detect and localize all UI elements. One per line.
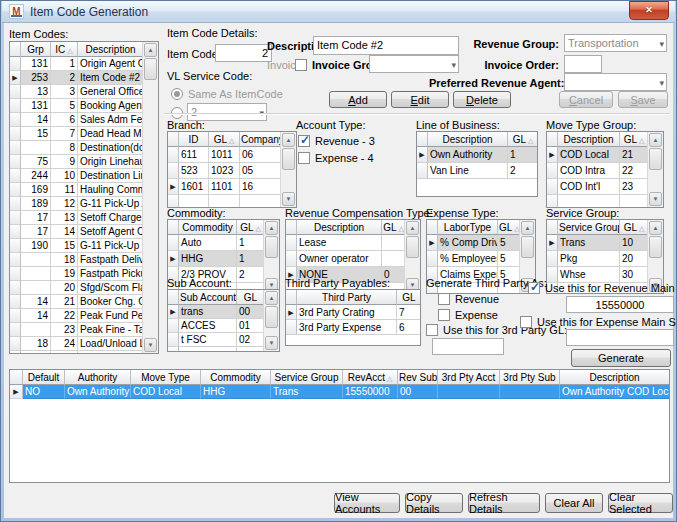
grid-row[interactable]: 146Sales Adm Fee xyxy=(10,113,158,127)
clear-selected-button[interactable]: Clear Selected xyxy=(608,493,673,513)
use-revenue-main-segment-checkbox[interactable]: Use this for Revenue Main Segment xyxy=(528,281,677,294)
column-header[interactable]: GL△ xyxy=(498,220,521,235)
column-header[interactable]: GL△ xyxy=(508,132,538,147)
scroll-thumb[interactable] xyxy=(649,236,662,258)
column-header[interactable]: Description xyxy=(78,42,144,57)
grid-row[interactable]: 19015G-11 Pick-Up Ch xyxy=(10,239,158,253)
column-header[interactable]: GL△ xyxy=(620,132,649,147)
column-header[interactable]: Grp xyxy=(21,42,51,57)
scroll-thumb[interactable] xyxy=(649,148,662,170)
column-header[interactable]: LaborType xyxy=(438,220,498,235)
grid-row[interactable]: 1713Setoff Charge To xyxy=(10,211,158,225)
edit-button[interactable]: Edit xyxy=(391,91,449,108)
vertical-scrollbar[interactable]: ▲▼ xyxy=(280,132,296,207)
column-header[interactable]: Authority xyxy=(65,370,131,385)
grid-row[interactable]: 759Origin Linehaul F xyxy=(10,155,158,169)
grid-row[interactable]: ▶2532Item Code #2 xyxy=(10,71,158,85)
invoice-checkbox[interactable] xyxy=(295,58,307,71)
grid-row[interactable]: 1421Booker Chg. Cros xyxy=(10,295,158,309)
grid-row[interactable]: 18Fastpath Delivery xyxy=(10,253,158,267)
column-header[interactable]: Move Type xyxy=(131,370,201,385)
grid-row[interactable]: 133General Office Co xyxy=(10,85,158,99)
revenue-main-segment-input[interactable]: 15550000 xyxy=(566,296,674,313)
vertical-scrollbar[interactable]: ▲▼ xyxy=(647,132,663,207)
grid-row[interactable]: 611101106 xyxy=(168,147,296,163)
grid-row[interactable]: 1311Origin Agent Com xyxy=(10,57,158,71)
results-grid[interactable]: DefaultAuthorityMove TypeCommodityServic… xyxy=(9,369,670,483)
vertical-scrollbar[interactable]: ▲▼ xyxy=(142,42,158,353)
column-header[interactable]: 3rd Pty Acct xyxy=(438,370,500,385)
column-header[interactable]: GL△ xyxy=(209,132,240,147)
item-code-input[interactable]: 2 xyxy=(215,44,272,62)
scroll-down-icon[interactable]: ▼ xyxy=(649,192,662,206)
scroll-down-icon[interactable]: ▼ xyxy=(282,192,295,206)
scroll-up-icon[interactable]: ▲ xyxy=(521,221,534,235)
grid-row[interactable]: 8Destination(do no xyxy=(10,141,158,155)
grid-row[interactable]: 1315Booking Agent Co xyxy=(10,99,158,113)
grid-row[interactable]: ▶3rd Party Crating7 xyxy=(286,305,420,320)
grid-row[interactable]: ▶Own Authority1 xyxy=(417,147,537,163)
scroll-up-icon[interactable]: ▲ xyxy=(265,291,278,305)
scroll-thumb[interactable] xyxy=(282,148,295,170)
grid-row[interactable]: 1422Peak Fund Perce xyxy=(10,309,158,323)
grid-row[interactable]: COD Intra22 xyxy=(547,163,663,179)
revenue-group-combo[interactable]: Transportation ▾ xyxy=(564,34,667,52)
use-expense-main-segment-checkbox[interactable]: Use this for Expense Main Segment: xyxy=(520,315,677,328)
close-button[interactable]: ✕ xyxy=(629,1,669,20)
grid-row[interactable]: 19Fastpath Pickup I xyxy=(10,267,158,281)
grid-row[interactable]: 24410Destination Lineh xyxy=(10,169,158,183)
scroll-thumb[interactable] xyxy=(265,236,278,258)
column-header[interactable]: GL xyxy=(397,290,421,305)
generate-expense-checkbox[interactable]: Expense xyxy=(438,308,498,321)
column-header[interactable]: RevAcct△ xyxy=(343,370,398,385)
clear-all-button[interactable]: Clear All xyxy=(545,493,603,513)
scroll-up-icon[interactable]: ▲ xyxy=(144,43,157,57)
grid-row[interactable]: Owner operator xyxy=(286,251,420,267)
grid-row[interactable]: 4425 xyxy=(10,351,158,354)
vertical-scrollbar[interactable]: ▲▼ xyxy=(263,220,279,293)
expense-4-checkbox[interactable]: Expense - 4 xyxy=(298,151,374,164)
sub-account-grid[interactable]: Sub AccountGL▶trans00ACCES01t FSC02▲▼ xyxy=(167,289,280,352)
column-header[interactable]: Description xyxy=(428,132,508,147)
scroll-up-icon[interactable]: ▲ xyxy=(649,221,662,235)
grid-row[interactable]: 3rd Party Expense6 xyxy=(286,320,420,335)
column-header[interactable]: Third Party xyxy=(297,290,397,305)
invoice-order-input[interactable] xyxy=(564,55,602,73)
column-header[interactable]: Service Group xyxy=(558,220,620,235)
column-header[interactable]: Sub Account xyxy=(179,290,237,305)
column-header[interactable]: 3rd Pty Sub xyxy=(500,370,560,385)
vertical-scrollbar[interactable]: ▲▼ xyxy=(263,290,279,351)
column-header[interactable]: Default xyxy=(23,370,65,385)
scroll-thumb[interactable] xyxy=(521,236,534,258)
column-header[interactable]: Company xyxy=(240,132,282,147)
column-header[interactable]: GL△ xyxy=(620,220,649,235)
title-bar[interactable]: M Item Code Generation xyxy=(2,1,675,23)
grid-row[interactable]: 1714Setoff Agent Com xyxy=(10,225,158,239)
delete-button[interactable]: Delete xyxy=(453,91,511,108)
grid-row[interactable]: 523102305 xyxy=(168,163,296,179)
scroll-up-icon[interactable]: ▲ xyxy=(649,133,662,147)
scroll-thumb[interactable] xyxy=(406,236,419,258)
grid-row[interactable]: ▶Trans10 xyxy=(547,235,663,251)
invoice-group-combo[interactable]: ▾ xyxy=(369,55,459,73)
line-of-business-grid[interactable]: DescriptionGL△▶Own Authority1Van Line2 xyxy=(416,131,538,197)
column-header[interactable]: GL△ xyxy=(237,220,265,235)
column-header[interactable]: Commodity xyxy=(179,220,237,235)
scroll-up-icon[interactable]: ▲ xyxy=(406,221,419,235)
grid-row[interactable]: 18912G-11 Pick-Up Age xyxy=(10,197,158,211)
grid-row[interactable]: 16911Hauling Commis xyxy=(10,183,158,197)
grid-row[interactable]: 23Peak Fine - Tag xyxy=(10,323,158,337)
add-button[interactable]: Add xyxy=(329,91,387,108)
grid-row[interactable]: Lease xyxy=(286,235,420,251)
move-type-group-grid[interactable]: DescriptionGL△▶COD Local21COD Intra22COD… xyxy=(546,131,664,208)
grid-row[interactable]: 1824Load/Unload Lea xyxy=(10,337,158,351)
copy-details-button[interactable]: Copy Details xyxy=(405,493,463,513)
save-button[interactable]: Save xyxy=(618,91,668,108)
vertical-scrollbar[interactable]: ▲▼ xyxy=(404,220,420,293)
preferred-revenue-agent-combo[interactable]: ▾ xyxy=(564,73,667,91)
third-party-gl-input[interactable] xyxy=(432,338,504,355)
revenue-3-checkbox[interactable]: Revenue - 3 xyxy=(298,134,375,147)
scroll-up-icon[interactable]: ▲ xyxy=(265,221,278,235)
scroll-down-icon[interactable]: ▼ xyxy=(265,336,278,350)
generate-revenue-checkbox[interactable]: Revenue xyxy=(438,292,499,305)
